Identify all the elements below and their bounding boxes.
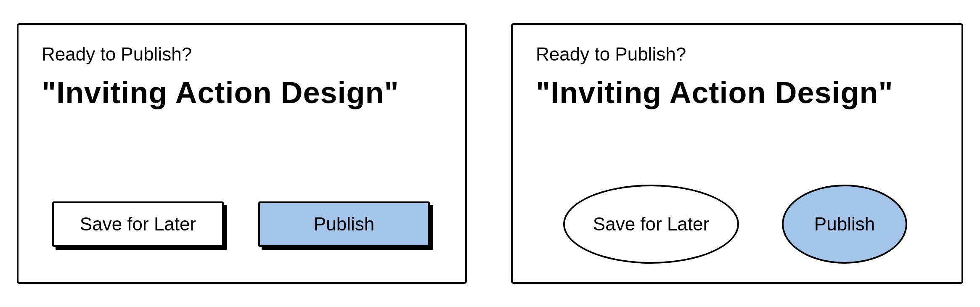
prompt-text: Ready to Publish?	[536, 44, 686, 65]
button-label: Save for Later	[80, 214, 196, 235]
publish-button[interactable]: Publish	[782, 185, 907, 264]
dialog-variant-rectangular: Ready to Publish? "Inviting Action Desig…	[17, 23, 467, 284]
dialog-variant-elliptical: Ready to Publish? "Inviting Action Desig…	[511, 23, 963, 284]
wireframe-comparison: Ready to Publish? "Inviting Action Desig…	[0, 0, 980, 307]
button-label: Publish	[314, 214, 374, 235]
document-title: "Inviting Action Design"	[42, 75, 399, 110]
save-for-later-button[interactable]: Save for Later	[563, 185, 739, 264]
prompt-text: Ready to Publish?	[42, 44, 192, 65]
publish-button[interactable]: Publish	[258, 201, 430, 247]
save-for-later-button[interactable]: Save for Later	[52, 201, 224, 247]
button-label: Publish	[814, 214, 875, 235]
button-label: Save for Later	[593, 214, 709, 235]
document-title: "Inviting Action Design"	[536, 75, 893, 110]
